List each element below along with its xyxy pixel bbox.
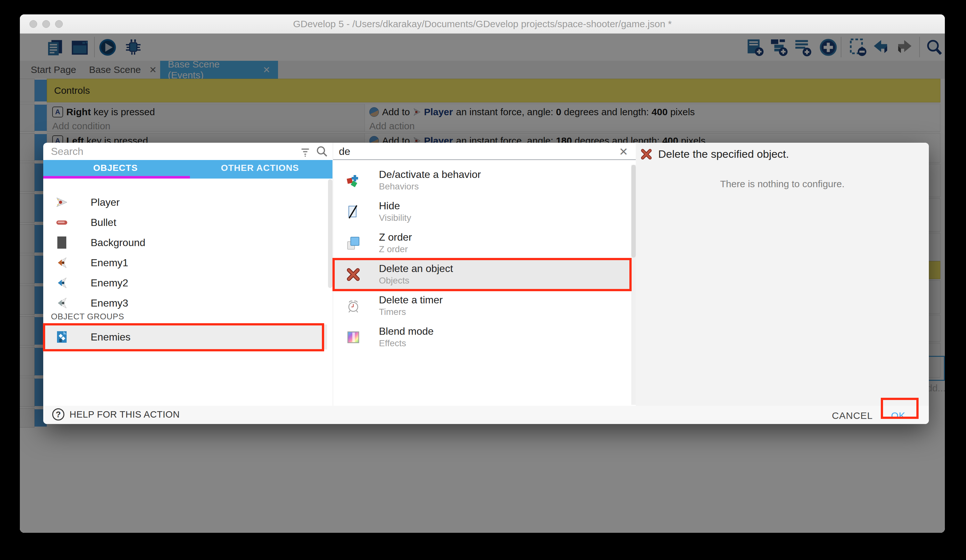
enemy1-object-icon (56, 256, 68, 269)
blend-mode-icon (346, 330, 361, 345)
bullet-object-icon (56, 216, 68, 229)
z-order-icon (346, 236, 361, 251)
window-title: GDevelop 5 - /Users/dkarakay/Documents/G… (20, 15, 945, 34)
objects-scrollbar[interactable] (328, 179, 332, 288)
dialog-tabs: OBJECTS OTHER ACTIONS (43, 160, 332, 178)
filter-icon[interactable] (299, 146, 311, 157)
selected-action-header: Delete the specified object. (640, 148, 789, 160)
object-search-input[interactable] (51, 144, 288, 159)
action-search-bar: ✕ (333, 143, 636, 160)
behavior-icon (346, 173, 361, 188)
object-row-bullet[interactable]: Bullet (43, 213, 327, 233)
enemy3-object-icon (56, 296, 68, 309)
group-row-enemies[interactable]: Enemies (43, 324, 327, 349)
cancel-button[interactable]: CANCEL (829, 409, 876, 422)
action-search-input[interactable] (339, 144, 608, 159)
screen: GDevelop 5 - /Users/dkarakay/Documents/G… (0, 0, 966, 560)
delete-object-icon (346, 267, 361, 282)
tab-objects[interactable]: OBJECTS (43, 160, 188, 176)
action-item-hide[interactable]: Hide Visibility (333, 196, 632, 228)
actions-scrollbar-thumb[interactable] (631, 165, 636, 258)
action-config-panel: Delete the specified object. There is no… (636, 143, 929, 406)
object-search-bar (43, 143, 332, 160)
delete-object-icon (640, 148, 652, 160)
help-button[interactable]: ? HELP FOR THIS ACTION (52, 408, 180, 421)
object-row-background[interactable]: Background (43, 233, 327, 252)
enemies-group-icon (56, 331, 68, 343)
active-tab-indicator (43, 176, 190, 178)
action-item-z-order[interactable]: Z order Z order (333, 228, 632, 259)
instruction-editor-dialog: OBJECTS OTHER ACTIONS Player Bullet Back… (43, 143, 929, 424)
action-item-deactivate-behavior[interactable]: De/activate a behavior Behaviors (333, 165, 632, 196)
object-groups-header: OBJECT GROUPS (51, 312, 124, 322)
player-object-icon (56, 196, 68, 209)
timer-icon (346, 298, 361, 313)
object-row-player[interactable]: Player (43, 192, 327, 212)
titlebar: GDevelop 5 - /Users/dkarakay/Documents/G… (20, 15, 945, 34)
search-icon (315, 145, 328, 158)
object-row-enemy3[interactable]: Enemy3 (43, 293, 327, 313)
nothing-to-configure-text: There is nothing to configure. (636, 178, 929, 190)
action-item-delete-object[interactable]: Delete an object Objects (333, 259, 632, 290)
object-row-enemy1[interactable]: Enemy1 (43, 253, 327, 273)
action-item-blend-mode[interactable]: Blend mode Effects (333, 322, 632, 353)
dialog-bottom-bar: ? HELP FOR THIS ACTION CANCEL OK (43, 406, 929, 424)
background-object-icon (56, 236, 68, 249)
ok-button[interactable]: OK (885, 409, 911, 422)
action-item-delete-timer[interactable]: Delete a timer Timers (333, 290, 632, 322)
hide-icon (346, 205, 361, 219)
clear-search-icon[interactable]: ✕ (619, 145, 628, 158)
selected-action-title: Delete the specified object. (658, 148, 789, 160)
object-row-enemy2[interactable]: Enemy2 (43, 273, 327, 293)
help-icon: ? (52, 408, 64, 421)
tab-other-actions[interactable]: OTHER ACTIONS (188, 160, 332, 176)
enemy2-object-icon (56, 277, 68, 289)
